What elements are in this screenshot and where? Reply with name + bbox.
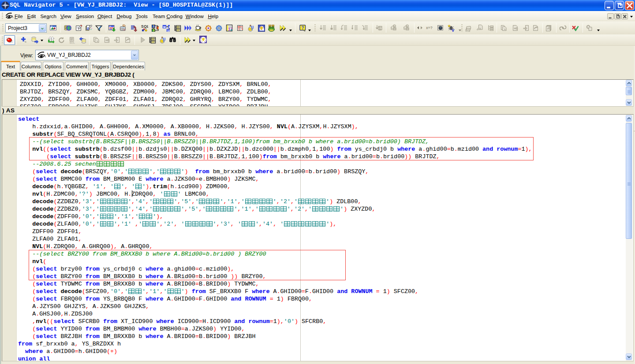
svg-text:2: 2: [158, 26, 159, 30]
svg-text:1: 1: [153, 25, 155, 28]
svg-text:?: ?: [301, 26, 304, 30]
svg-text:SQL: SQL: [69, 41, 75, 44]
svg-text:x=?: x=?: [426, 26, 433, 30]
svg-text:3: 3: [153, 29, 155, 32]
svg-text:SQL: SQL: [141, 24, 148, 29]
svg-text:V: V: [452, 28, 455, 32]
